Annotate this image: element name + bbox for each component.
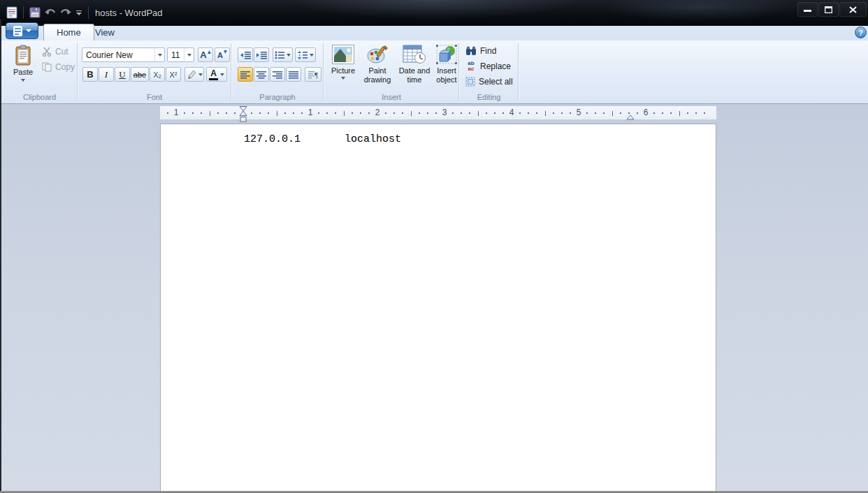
ruler-number: 6	[644, 108, 649, 117]
bold-button[interactable]: B	[82, 67, 98, 82]
page[interactable]: 127.0.0.1 localhost	[160, 124, 716, 491]
ruler-tick	[461, 112, 462, 114]
text-highlight-button[interactable]	[185, 67, 204, 82]
italic-button[interactable]: I	[99, 67, 114, 82]
paint-drawing-button[interactable]: Paint drawing	[361, 43, 394, 84]
insert-picture-button[interactable]: Picture	[327, 43, 359, 80]
strikethrough-button[interactable]: abe	[131, 67, 149, 82]
justify-button[interactable]	[286, 67, 301, 82]
paint-palette-icon	[366, 45, 389, 64]
align-center-button[interactable]	[254, 67, 269, 82]
qat-customize-dropdown[interactable]	[73, 5, 85, 20]
copy-button[interactable]: Copy	[42, 61, 75, 73]
ruler-tick	[301, 112, 303, 114]
bullets-button[interactable]	[273, 47, 293, 62]
document-area: 1123456 127.0.0.1 localhost	[0, 104, 868, 491]
group-clipboard: Paste Cut	[2, 41, 77, 103]
paragraph-dialog-button[interactable]: ¶	[305, 67, 321, 82]
picture-icon	[332, 45, 354, 64]
ruler-tick	[427, 112, 428, 114]
ruler-tick	[628, 112, 630, 114]
right-indent-marker[interactable]	[626, 115, 635, 120]
ruler-tick	[293, 112, 294, 114]
shrink-font-button[interactable]: A	[215, 47, 230, 62]
indent-markers[interactable]	[239, 106, 247, 122]
ruler-tick	[561, 112, 563, 114]
group-paragraph: ¶ Paragraph	[232, 41, 323, 103]
superscript-button[interactable]: X²	[166, 67, 181, 82]
ruler-tick	[653, 112, 655, 114]
date-and-time-button[interactable]: Date and time	[396, 43, 433, 84]
ruler-tick	[502, 112, 504, 114]
group-font: Courier New 11 A A B I U	[78, 41, 231, 103]
ruler-tick	[603, 112, 605, 114]
ruler-tick	[586, 112, 588, 114]
underline-button[interactable]: U	[115, 67, 130, 82]
ruler-tick	[277, 111, 277, 116]
quick-access-toolbar: hosts - WordPad	[4, 4, 163, 21]
ruler-number: 1	[174, 108, 179, 117]
ruler-tick	[670, 112, 672, 114]
grow-font-button[interactable]: A	[198, 47, 213, 62]
chevron-down-icon	[21, 79, 25, 82]
qat-separator	[23, 6, 24, 19]
decrease-indent-button[interactable]	[238, 47, 253, 62]
redo-button[interactable]	[58, 5, 73, 20]
ruler-number: 5	[577, 108, 581, 117]
ruler-tick	[234, 112, 236, 114]
line-spacing-button[interactable]	[295, 47, 316, 62]
align-left-button[interactable]	[238, 67, 253, 82]
close-button[interactable]	[839, 2, 867, 17]
chevron-down-icon	[287, 54, 291, 57]
group-separator	[458, 43, 459, 101]
minimize-button[interactable]	[797, 2, 818, 17]
ruler-tick	[284, 112, 286, 114]
group-separator	[323, 43, 324, 101]
cut-button[interactable]: Cut	[42, 45, 68, 58]
ribbon-tab-strip	[0, 26, 868, 41]
wordpad-menu-button[interactable]	[6, 22, 38, 39]
group-separator	[231, 43, 231, 101]
insert-object-button[interactable]: Insert object	[433, 43, 460, 84]
group-editing: Find ab ac Replace Select all Editing	[460, 41, 518, 103]
chevron-down-icon	[198, 73, 203, 76]
group-label-clipboard: Clipboard	[2, 93, 77, 101]
select-all-button[interactable]: Select all	[465, 75, 513, 88]
tab-view[interactable]: View	[82, 24, 127, 41]
document-text[interactable]: 127.0.0.1 localhost	[244, 133, 401, 145]
subscript-button[interactable]: X₂	[150, 67, 165, 82]
chevron-down-icon	[184, 48, 194, 61]
group-insert: Picture Paint drawing	[324, 41, 458, 103]
qat-separator	[88, 6, 89, 19]
calendar-clock-icon	[403, 45, 426, 64]
font-color-button[interactable]: A	[206, 67, 227, 82]
ruler-tick	[536, 112, 537, 114]
ruler-tick	[528, 112, 529, 114]
font-family-combobox[interactable]: Courier New	[82, 47, 165, 62]
window-title: hosts - WordPad	[95, 8, 163, 18]
save-button[interactable]	[27, 5, 43, 20]
ruler[interactable]: 1123456	[160, 106, 716, 120]
help-icon[interactable]: ?	[855, 27, 867, 38]
undo-button[interactable]	[43, 5, 58, 20]
find-button[interactable]: Find	[465, 45, 496, 57]
line-spacing-icon	[298, 51, 308, 59]
ruler-tick	[662, 112, 663, 114]
ruler-tick	[352, 112, 353, 114]
increase-indent-button[interactable]	[254, 47, 269, 62]
ruler-tick	[360, 112, 361, 114]
font-color-letter-icon: A	[209, 69, 218, 80]
ruler-tick	[419, 112, 420, 114]
menu-document-icon	[13, 26, 22, 36]
chevron-down-icon	[341, 77, 345, 80]
ruler-tick	[385, 112, 386, 114]
ribbon: Paste Cut	[0, 41, 868, 104]
ruler-tick	[411, 111, 412, 116]
replace-button[interactable]: ab ac Replace	[465, 60, 511, 73]
ruler-tick	[368, 112, 370, 114]
font-size-combobox[interactable]: 11	[167, 47, 194, 62]
align-right-button[interactable]	[270, 67, 285, 82]
paste-button[interactable]: Paste	[8, 43, 38, 82]
ruler-tick	[519, 112, 521, 114]
maximize-button[interactable]	[818, 2, 839, 17]
